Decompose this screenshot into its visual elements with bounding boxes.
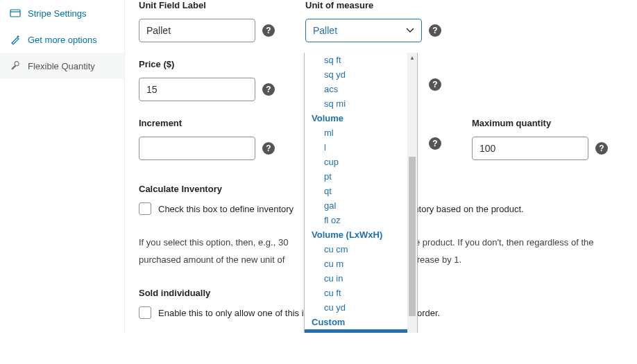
unit-field-label-label: Unit Field Label xyxy=(139,0,206,10)
dropdown-option[interactable]: cu cm xyxy=(305,242,417,257)
field-unit-field-label: Unit Field Label ? xyxy=(139,0,278,42)
scroll-up-icon[interactable]: ▲ xyxy=(407,53,417,62)
card-icon xyxy=(10,8,21,19)
increment-label: Increment xyxy=(139,118,182,128)
dropdown-option[interactable]: sq mi xyxy=(305,96,417,111)
unit-of-measure-select[interactable]: Pallet xyxy=(305,19,422,42)
help-icon[interactable]: ? xyxy=(429,137,441,150)
help-icon[interactable]: ? xyxy=(262,83,275,96)
sidebar-item-flexible-quantity[interactable]: Flexible Quantity xyxy=(0,53,124,79)
dropdown-option[interactable]: fl oz xyxy=(305,213,417,227)
sidebar-item-label: Stripe Settings xyxy=(28,8,87,19)
field-maximum-quantity: Maximum quantity ? xyxy=(472,118,611,160)
price-label: Price ($) xyxy=(139,59,174,69)
dropdown-option[interactable]: cu in xyxy=(305,271,417,286)
dropdown-option[interactable]: qt xyxy=(305,184,417,198)
calculate-inventory-checkbox[interactable] xyxy=(139,202,151,215)
calculate-inventory-text-before: Check this box to define inventory xyxy=(158,204,294,214)
sidebar-item-get-more-options[interactable]: Get more options xyxy=(0,26,124,53)
price-input[interactable] xyxy=(139,78,255,101)
dropdown-option[interactable]: pt xyxy=(305,169,417,184)
sidebar-item-label: Get more options xyxy=(28,35,97,45)
chevron-down-icon xyxy=(406,27,414,35)
scrollbar-thumb[interactable] xyxy=(409,157,416,316)
dropdown-option[interactable]: acs xyxy=(305,82,417,96)
unit-of-measure-value: Pallet xyxy=(313,25,337,36)
unit-of-measure-label: Unit of measure xyxy=(305,0,373,10)
sidebar-item-label: Flexible Quantity xyxy=(28,61,95,71)
help-icon[interactable]: ? xyxy=(262,142,275,155)
increment-input[interactable] xyxy=(139,137,255,160)
unit-field-label-input[interactable] xyxy=(139,19,255,42)
settings-sidebar: Stripe Settings Get more options Flexibl… xyxy=(0,0,125,333)
maximum-quantity-input[interactable] xyxy=(472,137,588,160)
dropdown-option[interactable]: sq yd xyxy=(305,67,417,82)
maximum-quantity-label: Maximum quantity xyxy=(472,118,551,128)
dropdown-group: Volume xyxy=(305,111,417,125)
field-price: Price ($) ? xyxy=(139,59,278,101)
dropdown-group: Volume (LxWxH) xyxy=(305,227,417,242)
svg-rect-0 xyxy=(10,10,20,17)
field-unit-of-measure: Unit of measure Pallet ? xyxy=(305,0,444,42)
help-icon[interactable]: ? xyxy=(429,24,441,37)
dropdown-option[interactable]: cu yd xyxy=(305,300,417,315)
dropdown-option[interactable]: cu m xyxy=(305,257,417,271)
dropdown-scrollbar[interactable]: ▲ ▼ xyxy=(407,53,417,333)
help-icon[interactable]: ? xyxy=(595,142,608,155)
help-icon[interactable]: ? xyxy=(262,24,275,37)
sold-individually-checkbox[interactable] xyxy=(139,306,151,319)
dropdown-option[interactable]: ml xyxy=(305,125,417,140)
dropdown-group: Custom xyxy=(305,315,417,329)
help-icon[interactable]: ? xyxy=(429,78,441,91)
dropdown-option[interactable]: sq ft xyxy=(305,53,417,67)
wand-icon xyxy=(10,34,21,45)
dropdown-option[interactable]: gal xyxy=(305,198,417,213)
sidebar-item-stripe-settings[interactable]: Stripe Settings xyxy=(0,0,124,26)
dropdown-option[interactable]: cup xyxy=(305,155,417,169)
unit-of-measure-dropdown[interactable]: sq ftsq ydacssq miVolumemllcupptqtgalfl … xyxy=(304,53,418,333)
dropdown-option[interactable]: Pallet xyxy=(305,329,417,333)
field-increment: Increment ? xyxy=(139,118,278,160)
calculate-inventory-text-after: entory based on the product. xyxy=(409,204,524,214)
dropdown-option[interactable]: l xyxy=(305,140,417,155)
scroll-down-icon[interactable]: ▼ xyxy=(407,330,417,333)
dropdown-option[interactable]: cu ft xyxy=(305,286,417,300)
wrench-icon xyxy=(10,60,21,71)
